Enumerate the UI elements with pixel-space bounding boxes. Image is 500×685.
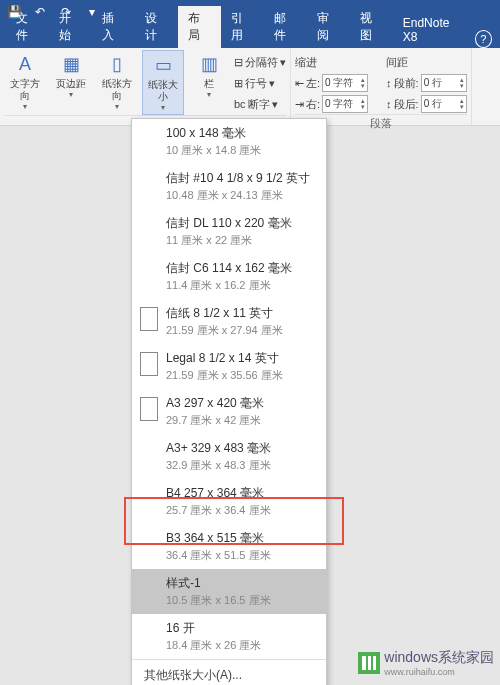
paper-size-option[interactable]: 信封 #10 4 1/8 x 9 1/2 英寸10.48 厘米 x 24.13 … <box>132 164 326 209</box>
indent-heading: 缩进 <box>295 52 368 72</box>
columns-icon: ▥ <box>197 52 221 76</box>
paper-size-dimensions: 10 厘米 x 14.8 厘米 <box>166 143 318 158</box>
spacing-heading: 间距 <box>386 52 467 72</box>
text-direction-button[interactable]: A 文字方向 ▾ <box>4 50 46 113</box>
paper-size-title: 100 x 148 毫米 <box>166 125 318 142</box>
indent-right-icon: ⇥ <box>295 98 304 111</box>
spacing-before-icon: ↕ <box>386 77 392 89</box>
orientation-button[interactable]: ▯ 纸张方向 ▾ <box>96 50 138 113</box>
spacing-before-input[interactable]: 0 行▴▾ <box>421 74 467 92</box>
watermark-logo-icon <box>358 652 380 674</box>
margins-button[interactable]: ▦ 页边距 ▾ <box>50 50 92 101</box>
paper-size-dimensions: 36.4 厘米 x 51.5 厘米 <box>166 548 318 563</box>
paper-size-title: 信纸 8 1/2 x 11 英寸 <box>166 305 318 322</box>
paper-size-dimensions: 29.7 厘米 x 42 厘米 <box>166 413 318 428</box>
paper-size-option[interactable]: B3 364 x 515 毫米36.4 厘米 x 51.5 厘米 <box>132 524 326 569</box>
paper-size-dropdown: 100 x 148 毫米10 厘米 x 14.8 厘米信封 #10 4 1/8 … <box>131 118 327 685</box>
spacing-after-row: ↕ 段后: 0 行▴▾ <box>386 94 467 114</box>
paper-size-dimensions: 11.4 厘米 x 16.2 厘米 <box>166 278 318 293</box>
indent-right-row: ⇥ 右: 0 字符▴▾ <box>295 94 368 114</box>
paper-size-option[interactable]: Legal 8 1/2 x 14 英寸21.59 厘米 x 35.56 厘米 <box>132 344 326 389</box>
paper-size-option[interactable]: B4 257 x 364 毫米25.7 厘米 x 36.4 厘米 <box>132 479 326 524</box>
paper-size-title: A3 297 x 420 毫米 <box>166 395 318 412</box>
paper-size-list[interactable]: 100 x 148 毫米10 厘米 x 14.8 厘米信封 #10 4 1/8 … <box>132 119 326 659</box>
tab-home[interactable]: 开始 <box>49 6 92 48</box>
paper-size-title: B4 257 x 364 毫米 <box>166 485 318 502</box>
paper-size-button[interactable]: ▭ 纸张大小 ▾ <box>142 50 184 115</box>
paper-size-dimensions: 11 厘米 x 22 厘米 <box>166 233 318 248</box>
indent-left-row: ⇤ 左: 0 字符▴▾ <box>295 73 368 93</box>
tab-endnote[interactable]: EndNote X8 <box>393 12 475 48</box>
tab-mailings[interactable]: 邮件 <box>264 6 307 48</box>
paper-size-title: 信封 #10 4 1/8 x 9 1/2 英寸 <box>166 170 318 187</box>
indent-left-icon: ⇤ <box>295 77 304 90</box>
paper-size-dimensions: 32.9 厘米 x 48.3 厘米 <box>166 458 318 473</box>
orientation-icon: ▯ <box>105 52 129 76</box>
paper-size-title: 信封 DL 110 x 220 毫米 <box>166 215 318 232</box>
chevron-down-icon: ▾ <box>161 103 165 112</box>
paper-size-dimensions: 10.48 厘米 x 24.13 厘米 <box>166 188 318 203</box>
breaks-button[interactable]: ⊟分隔符▾ <box>234 52 286 72</box>
columns-button[interactable]: ▥ 栏 ▾ <box>188 50 230 101</box>
paper-size-option[interactable]: A3 297 x 420 毫米29.7 厘米 x 42 厘米 <box>132 389 326 434</box>
tab-layout[interactable]: 布局 <box>178 6 221 48</box>
line-numbers-button[interactable]: ⊞行号▾ <box>234 73 286 93</box>
margins-icon: ▦ <box>59 52 83 76</box>
page-setup-group: A 文字方向 ▾ ▦ 页边距 ▾ ▯ 纸张方向 ▾ ▭ 纸张大小 ▾ ▥ 栏 <box>0 48 291 125</box>
paper-size-title: A3+ 329 x 483 毫米 <box>166 440 318 457</box>
paper-size-dimensions: 21.59 厘米 x 35.56 厘米 <box>166 368 318 383</box>
paper-size-title: 样式-1 <box>166 575 318 592</box>
paper-size-dimensions: 25.7 厘米 x 36.4 厘米 <box>166 503 318 518</box>
chevron-down-icon: ▾ <box>207 90 211 99</box>
ribbon: A 文字方向 ▾ ▦ 页边距 ▾ ▯ 纸张方向 ▾ ▭ 纸张大小 ▾ ▥ 栏 <box>0 48 500 126</box>
tab-review[interactable]: 审阅 <box>307 6 350 48</box>
chevron-down-icon: ▾ <box>23 102 27 111</box>
more-paper-sizes[interactable]: 其他纸张大小(A)... <box>132 659 326 685</box>
indent-right-input[interactable]: 0 字符▴▾ <box>322 95 368 113</box>
paper-size-option[interactable]: 信纸 8 1/2 x 11 英寸21.59 厘米 x 27.94 厘米 <box>132 299 326 344</box>
tab-view[interactable]: 视图 <box>350 6 393 48</box>
tab-design[interactable]: 设计 <box>135 6 178 48</box>
chevron-down-icon: ▾ <box>115 102 119 111</box>
chevron-down-icon: ▾ <box>69 90 73 99</box>
indent-left-input[interactable]: 0 字符▴▾ <box>322 74 368 92</box>
paper-size-title: B3 364 x 515 毫米 <box>166 530 318 547</box>
paper-size-option[interactable]: 信封 C6 114 x 162 毫米11.4 厘米 x 16.2 厘米 <box>132 254 326 299</box>
tab-references[interactable]: 引用 <box>221 6 264 48</box>
ribbon-tabs: 文件 开始 插入 设计 布局 引用 邮件 审阅 视图 EndNote X8 ? <box>0 24 500 48</box>
paper-size-option[interactable]: 信封 DL 110 x 220 毫米11 厘米 x 22 厘米 <box>132 209 326 254</box>
spacing-after-icon: ↕ <box>386 98 392 110</box>
paper-size-option[interactable]: 16 开18.4 厘米 x 26 厘米 <box>132 614 326 659</box>
paper-size-title: 16 开 <box>166 620 318 637</box>
text-direction-icon: A <box>13 52 37 76</box>
tab-insert[interactable]: 插入 <box>92 6 135 48</box>
paper-size-dimensions: 18.4 厘米 x 26 厘米 <box>166 638 318 653</box>
help-icon[interactable]: ? <box>475 30 492 48</box>
watermark: windows系统家园 www.ruihaifu.com <box>358 649 494 677</box>
paper-size-title: Legal 8 1/2 x 14 英寸 <box>166 350 318 367</box>
spacing-after-input[interactable]: 0 行▴▾ <box>421 95 467 113</box>
spacing-before-row: ↕ 段前: 0 行▴▾ <box>386 73 467 93</box>
paragraph-group: 缩进 ⇤ 左: 0 字符▴▾ ⇥ 右: 0 字符▴▾ 间距 ↕ <box>291 48 472 125</box>
hyphenation-button[interactable]: bc断字▾ <box>234 94 286 114</box>
paper-size-title: 信封 C6 114 x 162 毫米 <box>166 260 318 277</box>
paper-size-option[interactable]: 100 x 148 毫米10 厘米 x 14.8 厘米 <box>132 119 326 164</box>
paper-size-icon: ▭ <box>151 53 175 77</box>
paper-size-dimensions: 21.59 厘米 x 27.94 厘米 <box>166 323 318 338</box>
paper-size-option[interactable]: 样式-110.5 厘米 x 16.5 厘米 <box>132 569 326 614</box>
tab-file[interactable]: 文件 <box>6 6 49 48</box>
paper-size-dimensions: 10.5 厘米 x 16.5 厘米 <box>166 593 318 608</box>
paper-size-option[interactable]: A3+ 329 x 483 毫米32.9 厘米 x 48.3 厘米 <box>132 434 326 479</box>
